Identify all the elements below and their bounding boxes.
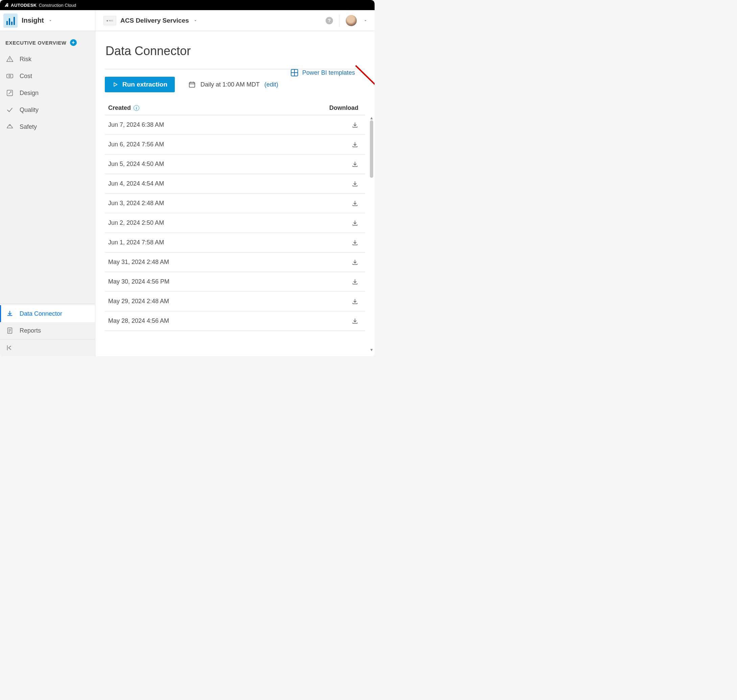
scroll-down-icon[interactable]: ▼ [369, 347, 374, 352]
help-icon[interactable]: ? [325, 17, 333, 24]
sidebar-nav: Risk Cost Design Quality [0, 49, 95, 135]
download-button[interactable] [352, 220, 358, 226]
page-title: Data Connector [106, 44, 365, 58]
brand-product: Construction Cloud [39, 3, 76, 8]
user-avatar[interactable] [346, 15, 357, 26]
sidebar-item-label: Risk [20, 56, 31, 63]
sidebar-item-quality[interactable]: Quality [0, 101, 95, 118]
created-cell: Jun 2, 2024 2:50 AM [108, 219, 164, 226]
project-thumb-icon: ◆ ACC [103, 16, 116, 25]
created-cell: Jun 7, 2024 6:38 AM [108, 121, 164, 128]
svg-point-1 [9, 60, 10, 61]
warning-triangle-icon [6, 56, 13, 63]
add-dashboard-button[interactable]: + [70, 39, 77, 46]
column-download: Download [329, 104, 358, 112]
sidebar-section-title: EXECUTIVE OVERVIEW [5, 40, 66, 46]
run-button-label: Run extraction [122, 81, 167, 88]
sidebar: EXECUTIVE OVERVIEW + Risk Cost Design [0, 31, 95, 356]
created-cell: Jun 5, 2024 4:50 AM [108, 160, 164, 168]
autodesk-logo-icon [4, 3, 9, 7]
powerbi-link-label: Power BI templates [302, 69, 355, 76]
check-icon [6, 106, 13, 113]
download-button[interactable] [352, 200, 358, 207]
sidebar-item-design[interactable]: Design [0, 84, 95, 101]
play-icon [112, 81, 118, 88]
download-button[interactable] [352, 161, 358, 168]
svg-point-3 [9, 75, 11, 77]
brand-bar: AUTODESK Construction Cloud [0, 0, 375, 10]
sidebar-item-label: Data Connector [20, 310, 62, 318]
table-row: Jun 2, 2024 2:50 AM [105, 213, 365, 233]
project-switcher[interactable]: ◆ ACC ACS Delivery Services [95, 16, 198, 25]
scroll-track[interactable] [369, 120, 374, 347]
sidebar-item-cost[interactable]: Cost [0, 68, 95, 84]
edit-schedule-link[interactable]: (edit) [264, 81, 278, 88]
download-button[interactable] [352, 318, 358, 325]
download-icon [352, 239, 358, 246]
calendar-icon [188, 81, 196, 88]
download-icon [352, 220, 358, 226]
download-icon [352, 200, 358, 207]
download-icon [352, 298, 358, 305]
collapse-sidebar-button[interactable] [0, 339, 95, 356]
app-header: Insight ◆ ACC ACS Delivery Services ? [0, 10, 375, 31]
download-icon [352, 259, 358, 266]
pencil-square-icon [6, 89, 13, 97]
created-cell: Jun 6, 2024 7:56 AM [108, 141, 164, 148]
created-cell: May 28, 2024 4:56 AM [108, 318, 169, 325]
grid-icon [290, 68, 299, 77]
chevron-down-icon [193, 18, 198, 23]
download-button[interactable] [352, 141, 358, 148]
created-cell: May 29, 2024 2:48 AM [108, 298, 169, 305]
download-button[interactable] [352, 278, 358, 285]
download-icon [352, 161, 358, 168]
sidebar-item-label: Design [20, 90, 38, 97]
hardhat-icon [6, 123, 13, 131]
sidebar-item-label: Reports [20, 327, 41, 334]
download-button[interactable] [352, 122, 358, 128]
run-extraction-button[interactable]: Run extraction [105, 77, 175, 92]
extraction-table-body: Jun 7, 2024 6:38 AMJun 6, 2024 7:56 AMJu… [105, 115, 365, 331]
module-switcher[interactable]: Insight [0, 10, 95, 31]
download-icon [352, 318, 358, 325]
insight-module-icon [3, 13, 18, 28]
sidebar-item-data-connector[interactable]: Data Connector [0, 305, 95, 322]
sidebar-item-reports[interactable]: Reports [0, 322, 95, 339]
download-icon [352, 278, 358, 285]
table-row: Jun 6, 2024 7:56 AM [105, 135, 365, 154]
divider [339, 15, 340, 27]
sidebar-item-safety[interactable]: Safety [0, 118, 95, 135]
table-row: Jun 5, 2024 4:50 AM [105, 154, 365, 174]
brand-company: AUTODESK [11, 3, 37, 8]
download-button[interactable] [352, 298, 358, 305]
table-row: Jun 1, 2024 7:58 AM [105, 233, 365, 253]
download-icon [352, 122, 358, 128]
scroll-up-icon[interactable]: ▲ [369, 116, 374, 120]
chevron-down-icon[interactable] [363, 18, 368, 23]
sidebar-item-label: Quality [20, 106, 38, 113]
sidebar-item-label: Cost [20, 73, 32, 80]
created-cell: May 31, 2024 2:48 AM [108, 259, 169, 266]
table-row: May 29, 2024 2:48 AM [105, 292, 365, 311]
download-icon [352, 141, 358, 148]
table-row: Jun 7, 2024 6:38 AM [105, 115, 365, 135]
scrollbar[interactable]: ▲ ▼ [369, 116, 374, 352]
main-content: Data Connector Power BI templates Run ex… [95, 31, 375, 356]
chevron-down-icon [48, 18, 53, 23]
download-button[interactable] [352, 259, 358, 266]
sidebar-item-risk[interactable]: Risk [0, 51, 95, 68]
scroll-thumb[interactable] [370, 120, 373, 178]
table-header: Created i Download [105, 101, 365, 115]
table-row: May 31, 2024 2:48 AM [105, 253, 365, 272]
download-button[interactable] [352, 239, 358, 246]
info-icon[interactable]: i [134, 105, 139, 111]
download-button[interactable] [352, 181, 358, 187]
download-icon [352, 181, 358, 187]
download-icon [6, 310, 13, 318]
schedule-display: Daily at 1:00 AM MDT (edit) [188, 81, 278, 88]
column-created[interactable]: Created i [108, 104, 139, 112]
powerbi-templates-link[interactable]: Power BI templates [290, 68, 355, 77]
sidebar-item-label: Safety [20, 124, 37, 131]
created-cell: Jun 3, 2024 2:48 AM [108, 200, 164, 207]
project-name: ACS Delivery Services [121, 17, 189, 24]
